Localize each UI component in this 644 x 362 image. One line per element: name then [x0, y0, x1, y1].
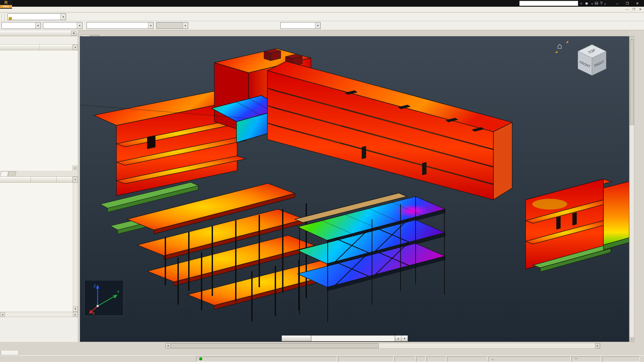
scroll-right-button[interactable] — [595, 343, 600, 348]
help-icon[interactable]: ? — [600, 1, 602, 6]
close-button[interactable] — [633, 0, 642, 6]
legend-cases-label — [540, 326, 620, 334]
column-name[interactable] — [0, 177, 31, 182]
search-input[interactable] — [519, 1, 578, 6]
viewport-horizontal-scrollbar[interactable] — [165, 343, 600, 349]
panel-close-button[interactable] — [71, 31, 76, 36]
model-viewport[interactable]: ⌂ TOP FRONT RIGHT Z Y X — [80, 36, 629, 342]
level-up-button[interactable] — [395, 336, 401, 341]
axis-triad: Z Y X — [84, 280, 124, 316]
tab-groups[interactable] — [8, 171, 16, 176]
axis-a1-indicator — [416, 356, 426, 362]
robot-logo-icon: R — [0, 0, 12, 5]
mdi-restore-button[interactable] — [631, 7, 636, 12]
restore-button[interactable] — [623, 0, 632, 6]
tree-scroll-down[interactable] — [72, 166, 77, 170]
view-mode-label[interactable] — [282, 336, 311, 341]
properties-grid — [0, 183, 78, 312]
grid-vertical-scrollbar[interactable] — [73, 183, 78, 312]
status-green-icon — [199, 357, 202, 360]
layout-icon: ▄ — [8, 14, 12, 19]
column-unit[interactable] — [57, 177, 73, 182]
object-tree — [0, 50, 78, 171]
home-view-icon[interactable]: ⌂ — [557, 41, 562, 51]
title-bar: R PRO ⌕ ☻ ⛁ ? — [0, 0, 644, 7]
store-cart-icon[interactable]: ⛁ — [595, 1, 598, 6]
bottom-bar — [0, 342, 644, 350]
view-bottom-tab[interactable] — [1, 351, 19, 355]
tree-scroll-up[interactable] — [73, 45, 78, 50]
minimize-button[interactable] — [612, 0, 622, 6]
account-menu[interactable]: ☻ — [585, 1, 593, 6]
grid-scroll-up[interactable] — [73, 177, 78, 182]
mdi-close-button[interactable] — [638, 7, 643, 12]
level-label — [311, 336, 395, 341]
viewport-tabs — [80, 30, 629, 36]
axes-icon: ∟ — [491, 357, 494, 361]
search-icon[interactable]: ⌕ — [580, 1, 583, 6]
story-selector[interactable] — [280, 22, 321, 29]
svg-text:X: X — [92, 311, 95, 315]
angle-indicator: ◠ — [572, 356, 601, 362]
structure-3d-model — [80, 37, 629, 342]
nav-arrow2-icon[interactable] — [555, 51, 557, 53]
mode-combo-disabled — [156, 22, 188, 29]
column-objects[interactable] — [0, 45, 40, 50]
level-navigator — [281, 335, 408, 342]
pro-badge: PRO — [0, 5, 12, 8]
menu-bar — [0, 7, 644, 12]
grid-horizontal-scrollbar[interactable] — [0, 312, 78, 317]
object-inspector-panel — [0, 30, 78, 342]
viewport-vertical-scrollbar[interactable] — [630, 36, 634, 342]
inspector-toolbar — [0, 36, 78, 45]
tab-geometry[interactable] — [0, 171, 8, 176]
grid-scroll-right[interactable] — [73, 312, 78, 317]
units-indicator[interactable] — [602, 356, 640, 362]
horizontal-scroll-thumb[interactable] — [171, 343, 379, 348]
scroll-down-button[interactable] — [630, 337, 634, 342]
bars-count — [427, 356, 446, 362]
app-logo[interactable]: R PRO — [0, 0, 12, 9]
view-navigation: ⌂ TOP FRONT RIGHT — [557, 39, 607, 76]
cursor-coordinates: ∟ — [488, 356, 571, 362]
standard-toolbar: ▄ — [0, 13, 644, 21]
results-status — [196, 356, 337, 362]
object-selection-dropdown[interactable] — [35, 22, 41, 28]
node-selection-combo[interactable] — [43, 22, 83, 29]
load-case-dropdown[interactable] — [148, 22, 153, 28]
vertical-scroll-thumb[interactable] — [630, 41, 634, 125]
angle-icon: ◠ — [575, 357, 577, 361]
node-selection-dropdown[interactable] — [77, 22, 82, 28]
layout-selector[interactable]: ▄ — [7, 13, 66, 20]
help-chevron-icon[interactable] — [604, 0, 606, 6]
scroll-left-button[interactable] — [165, 343, 170, 348]
level-down-button[interactable] — [401, 336, 408, 341]
view-cube[interactable]: TOP FRONT RIGHT — [577, 43, 607, 77]
column-number-of[interactable] — [40, 45, 73, 50]
object-selection-combo[interactable] — [1, 22, 41, 29]
mode-indicator[interactable] — [447, 356, 487, 362]
robot-structural-analysis-window: R PRO ⌕ ☻ ⛁ ? — [0, 0, 644, 362]
legend-unit-label — [540, 319, 620, 326]
person-icon: ☻ — [585, 1, 589, 6]
grid-scroll-down[interactable] — [73, 306, 78, 312]
selection-toolbar — [0, 21, 644, 30]
scroll-up-button[interactable] — [630, 37, 634, 41]
mdi-minimize-button[interactable] — [625, 7, 629, 12]
load-case-selector[interactable] — [87, 22, 154, 29]
column-value[interactable] — [31, 177, 57, 182]
status-bar: ∟ ◠ — [0, 355, 644, 362]
svg-text:Z: Z — [94, 284, 96, 288]
window-title — [101, 0, 456, 7]
nodes-count — [394, 356, 415, 362]
svg-text:Y: Y — [117, 290, 120, 294]
grid-scroll-left[interactable] — [0, 312, 5, 317]
chevron-down-icon — [591, 1, 593, 5]
layout-selector-dropdown[interactable] — [60, 14, 66, 20]
nav-arrow-icon[interactable] — [566, 41, 568, 43]
story-selector-dropdown[interactable] — [315, 22, 320, 28]
results-legend — [540, 319, 620, 334]
